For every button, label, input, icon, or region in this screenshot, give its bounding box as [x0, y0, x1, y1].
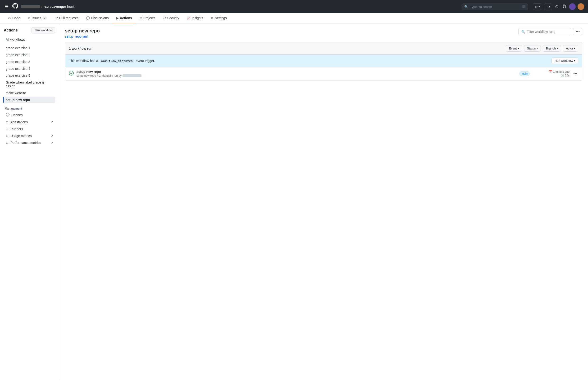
- tab-issues[interactable]: ⊙ Issues 7: [24, 13, 51, 23]
- search-bar[interactable]: 🔍 Type / to search /: [462, 3, 528, 10]
- run-title[interactable]: setup new repo: [77, 70, 516, 74]
- repo-name[interactable]: rse-scavenger-hunt: [44, 5, 74, 9]
- projects-nav-icon: ⊞: [140, 16, 142, 20]
- sidebar-item-setup-new-repo[interactable]: setup new repo: [3, 96, 55, 103]
- code-label: Code: [12, 16, 20, 20]
- sidebar-item-grade-label[interactable]: Grade when label grade is assign: [4, 79, 55, 90]
- security-label: Security: [167, 16, 179, 20]
- create-dropdown-arrow: ▾: [549, 5, 550, 8]
- tab-code[interactable]: <> Code: [4, 13, 24, 23]
- settings-label: Settings: [215, 16, 227, 20]
- sidebar-item-runners[interactable]: ⊞ Runners: [4, 126, 55, 132]
- all-workflows-link[interactable]: All workflows: [4, 36, 55, 43]
- search-icon: 🔍: [464, 5, 468, 9]
- breadcrumb: / rse-scavenger-hunt: [21, 5, 74, 9]
- github-logo[interactable]: [12, 3, 18, 10]
- actions-nav-icon: ▶: [116, 16, 119, 20]
- filter-search-box[interactable]: 🔍: [518, 28, 571, 35]
- workflow-header: setup new repo setup_repo.yml 🔍 •••: [65, 28, 582, 38]
- sidebar-item-grade-5[interactable]: grade exercise 5: [4, 72, 55, 79]
- run-subtitle: setup new repo #1: Manually run by: [77, 74, 516, 77]
- usage-metrics-icon: ⊙: [6, 134, 9, 138]
- create-button[interactable]: + ▾: [544, 3, 552, 10]
- sidebar: Actions New workflow All workflows grade…: [0, 23, 59, 379]
- tab-actions[interactable]: ▶ Actions: [112, 13, 136, 23]
- run-workflow-arrow: ▾: [574, 59, 575, 62]
- copilot-dropdown-arrow: ▾: [539, 5, 540, 8]
- search-placeholder: Type / to search: [470, 5, 521, 9]
- grade-5-label: grade exercise 5: [6, 74, 30, 77]
- sidebar-item-grade-1[interactable]: grade exercise 1: [4, 45, 55, 51]
- new-workflow-button[interactable]: New workflow: [32, 27, 55, 33]
- usage-metrics-external-icon: ↗: [51, 134, 53, 137]
- runs-panel-header: 1 workflow run Event ▾ Status ▾ Branch ▾: [65, 42, 582, 55]
- issues-label: Issues: [32, 16, 41, 20]
- attestations-icon: ⊙: [6, 120, 9, 124]
- run-info: setup new repo setup new repo #1: Manual…: [77, 70, 516, 77]
- tab-settings[interactable]: ⚙ Settings: [207, 13, 231, 23]
- runs-filters: Event ▾ Status ▾ Branch ▾ Actor ▾: [506, 45, 578, 52]
- sidebar-item-caches[interactable]: Caches: [4, 111, 55, 119]
- copilot-icon: ⊙: [535, 5, 538, 9]
- sidebar-title: Actions: [4, 28, 18, 32]
- branch-filter-button[interactable]: Branch ▾: [543, 45, 561, 52]
- runs-count: 1 workflow run: [69, 47, 92, 50]
- tab-discussions[interactable]: 💬 Discussions: [82, 13, 113, 23]
- branch-badge: main: [519, 71, 530, 76]
- calendar-icon: 📅: [549, 70, 552, 73]
- hamburger-menu[interactable]: ☰: [4, 3, 9, 10]
- tab-projects[interactable]: ⊞ Projects: [136, 13, 159, 23]
- discussions-nav-icon: 💬: [86, 16, 90, 20]
- run-workflow-button[interactable]: Run workflow ▾: [551, 57, 578, 64]
- attestations-label: Attestations: [10, 120, 28, 124]
- sidebar-item-grade-3[interactable]: grade exercise 3: [4, 58, 55, 65]
- tab-pull-requests[interactable]: ⎇ Pull requests: [51, 13, 82, 23]
- make-website-label: make website: [6, 91, 26, 95]
- runners-icon: ⊞: [6, 127, 9, 131]
- avatar[interactable]: [578, 3, 584, 10]
- tab-insights[interactable]: 📈 Insights: [183, 13, 207, 23]
- sidebar-item-attestations[interactable]: ⊙ Attestations ↗: [4, 119, 55, 125]
- filter-search-input[interactable]: [527, 30, 568, 34]
- pr-nav-icon: ⎇: [55, 16, 58, 20]
- actor-filter-button[interactable]: Actor ▾: [563, 45, 578, 52]
- actor-filter-arrow: ▾: [574, 47, 575, 50]
- sub-nav: <> Code ⊙ Issues 7 ⎇ Pull requests 💬 Dis…: [0, 13, 588, 23]
- copilot-button[interactable]: ⊙ ▾: [533, 3, 542, 10]
- pull-requests-button[interactable]: [562, 3, 567, 10]
- org-name[interactable]: [21, 5, 40, 8]
- tab-security[interactable]: 🛡 Security: [159, 13, 183, 23]
- status-filter-button[interactable]: Status ▾: [524, 45, 541, 52]
- grade-label-label: Grade when label grade is assign: [6, 80, 44, 88]
- sidebar-header: Actions New workflow: [4, 27, 55, 33]
- sidebar-item-usage-metrics[interactable]: ⊙ Usage metrics ↗: [4, 133, 55, 139]
- top-nav-icons: ⊙ ▾ + ▾ ⊙: [533, 3, 584, 10]
- management-label: Management: [4, 107, 55, 110]
- run-duration: 🕐 25s: [561, 74, 569, 77]
- event-filter-button[interactable]: Event ▾: [506, 45, 522, 52]
- run-meta: 📅 1 minute ago 🕐 25s: [541, 70, 569, 77]
- performance-metrics-icon: ⊙: [6, 141, 9, 145]
- run-time-ago-text: 1 minute ago: [553, 70, 569, 73]
- run-more-button[interactable]: •••: [572, 71, 578, 77]
- settings-nav-icon: ⚙: [211, 16, 213, 20]
- grade-1-label: grade exercise 1: [6, 46, 30, 50]
- avatar-blurred[interactable]: [569, 3, 576, 10]
- workflow-list: grade exercise 1 grade exercise 2 grade …: [4, 45, 55, 103]
- caches-icon: [6, 113, 9, 117]
- sidebar-item-grade-2[interactable]: grade exercise 2: [4, 52, 55, 58]
- sidebar-item-grade-4[interactable]: grade exercise 4: [4, 65, 55, 72]
- projects-label: Projects: [143, 16, 155, 20]
- branch-filter-label: Branch: [546, 47, 556, 50]
- branch-filter-arrow: ▾: [557, 47, 558, 50]
- issues-button[interactable]: ⊙: [554, 3, 560, 10]
- more-options-button[interactable]: •••: [573, 28, 582, 35]
- workflow-file-link[interactable]: setup_repo.yml: [65, 35, 88, 38]
- performance-metrics-external-icon: ↗: [51, 141, 53, 144]
- sidebar-item-performance-metrics[interactable]: ⊙ Performance metrics ↗: [4, 139, 55, 146]
- grade-2-label: grade exercise 2: [6, 53, 30, 57]
- runners-label: Runners: [10, 127, 23, 131]
- sidebar-item-make-website[interactable]: make website: [4, 90, 55, 96]
- status-filter-label: Status: [527, 47, 536, 50]
- breadcrumb-separator: /: [41, 5, 42, 9]
